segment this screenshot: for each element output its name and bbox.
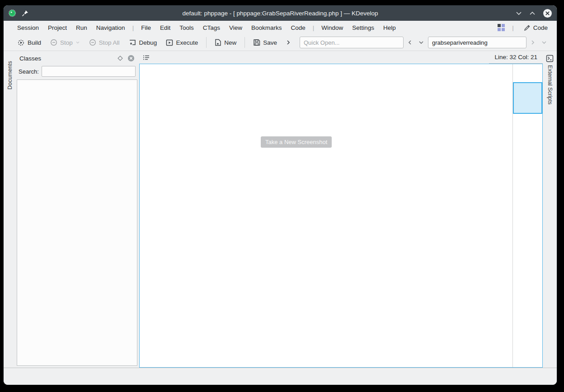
- right-toolview-strip: External Scripts: [543, 51, 557, 368]
- area-code-label: Code: [533, 24, 548, 31]
- search-next-button[interactable]: [528, 38, 537, 47]
- new-button[interactable]: New: [211, 37, 240, 48]
- search-options-right-button[interactable]: [539, 39, 549, 46]
- menu-file[interactable]: File: [136, 23, 155, 33]
- search-label: Search:: [19, 68, 39, 75]
- save-button[interactable]: Save: [249, 37, 281, 48]
- build-button[interactable]: Build: [14, 37, 45, 49]
- toolbar-label: New: [224, 39, 236, 46]
- quick-open-input[interactable]: [300, 37, 404, 48]
- toolbar-label: Stop All: [99, 39, 120, 46]
- minimize-button[interactable]: [516, 11, 522, 15]
- toolbar-label: Save: [263, 39, 277, 46]
- toolbar-label: Stop: [60, 39, 73, 46]
- debug-button[interactable]: Debug: [125, 37, 161, 48]
- menubar-separator: |: [509, 24, 517, 31]
- minimap-viewport[interactable]: [513, 82, 542, 114]
- stop-all-button[interactable]: Stop All: [85, 37, 123, 48]
- save-icon: [253, 39, 260, 46]
- menu-ctags[interactable]: CTags: [198, 23, 225, 33]
- new-icon: [215, 39, 221, 46]
- editor-view[interactable]: Take a New Screenshot: [139, 64, 543, 368]
- kdevelop-window: default: phppage - [ phppage:GrabSepaRiv…: [4, 5, 557, 385]
- toolbar-separator: [244, 37, 245, 48]
- main-area: Documents Classes: [4, 51, 557, 368]
- titlebar[interactable]: default: phppage - [ phppage:GrabSepaRiv…: [4, 5, 557, 21]
- classes-panel: Classes Search:: [16, 51, 139, 368]
- menu-tools[interactable]: Tools: [175, 23, 198, 33]
- search-input[interactable]: [428, 37, 526, 48]
- code-lines: [140, 64, 512, 367]
- editor-column: Line: 32 Col: 21 Take a New Screenshot: [139, 51, 543, 368]
- execute-icon: [166, 39, 173, 46]
- menu-code[interactable]: Code: [287, 23, 310, 33]
- menu-run[interactable]: Run: [71, 23, 92, 33]
- overflow-button[interactable]: [282, 37, 294, 47]
- panel-close-icon[interactable]: [127, 55, 135, 62]
- menu-view[interactable]: View: [225, 23, 247, 33]
- menu-items: SessionProjectRunNavigation|FileEditTool…: [13, 23, 400, 33]
- chevron-down-icon: [75, 41, 80, 44]
- minimap[interactable]: [512, 64, 542, 367]
- kdevelop-logo-icon: [8, 9, 16, 17]
- stop-button[interactable]: Stop: [47, 37, 84, 48]
- search-prev-button[interactable]: [405, 38, 414, 47]
- toolbar-label: Execute: [176, 39, 198, 46]
- menubar: SessionProjectRunNavigation|FileEditTool…: [4, 21, 557, 34]
- toolbar-label: Build: [28, 39, 41, 46]
- menu-navigation[interactable]: Navigation: [92, 23, 130, 33]
- line-col-indicator: Line: 32 Col: 21: [489, 51, 543, 64]
- debug-icon: [129, 39, 136, 46]
- external-scripts-icon[interactable]: [546, 55, 554, 62]
- menu-session[interactable]: Session: [13, 23, 43, 33]
- external-scripts-tab[interactable]: External Scripts: [547, 65, 553, 105]
- menu-bookmarks[interactable]: Bookmarks: [247, 23, 287, 33]
- toolbar-label: Debug: [139, 39, 157, 46]
- bottom-toolview-bar: [4, 368, 557, 385]
- menu-help[interactable]: Help: [379, 23, 400, 33]
- editor-tabbar: Line: 32 Col: 21: [139, 51, 543, 64]
- menu-project[interactable]: Project: [43, 23, 71, 33]
- toolbar-separator: [206, 37, 207, 48]
- execute-button[interactable]: Execute: [162, 37, 202, 48]
- left-toolview-strip: Documents: [4, 51, 16, 368]
- desktop-background: default: phppage - [ phppage:GrabSepaRiv…: [0, 0, 564, 392]
- stop-icon: [50, 39, 57, 46]
- classes-tree: [17, 79, 137, 366]
- menu-settings[interactable]: Settings: [348, 23, 379, 33]
- classes-panel-title: Classes: [19, 55, 113, 62]
- sidebar-tab-label: Documents: [7, 61, 13, 89]
- build-icon: [17, 39, 25, 47]
- menubar-separator: |: [310, 24, 317, 31]
- toolbar: BuildStopStop AllDebugExecuteNewSave: [4, 34, 557, 51]
- document-list-icon[interactable]: [139, 51, 153, 64]
- classes-search-input[interactable]: [42, 66, 136, 77]
- pin-icon[interactable]: [22, 10, 28, 17]
- menubar-separator: |: [130, 24, 137, 31]
- stop-icon: [89, 39, 96, 46]
- pencil-icon: [524, 24, 531, 31]
- maximize-button[interactable]: [529, 11, 536, 15]
- area-code-button[interactable]: Code: [521, 23, 550, 33]
- menu-window[interactable]: Window: [317, 23, 348, 33]
- sidebar-tab-documents[interactable]: Documents: [6, 57, 14, 93]
- window-title: default: phppage - [ phppage:GrabSepaRiv…: [108, 10, 453, 17]
- screenshot-ghost-tooltip: Take a New Screenshot: [261, 136, 332, 148]
- chevron-right-icon: [286, 40, 291, 45]
- panel-float-icon[interactable]: [118, 56, 123, 61]
- menu-edit[interactable]: Edit: [155, 23, 175, 33]
- search-options-left-button[interactable]: [416, 39, 426, 46]
- area-switcher-grid-icon[interactable]: [498, 24, 505, 31]
- close-button[interactable]: [543, 9, 552, 18]
